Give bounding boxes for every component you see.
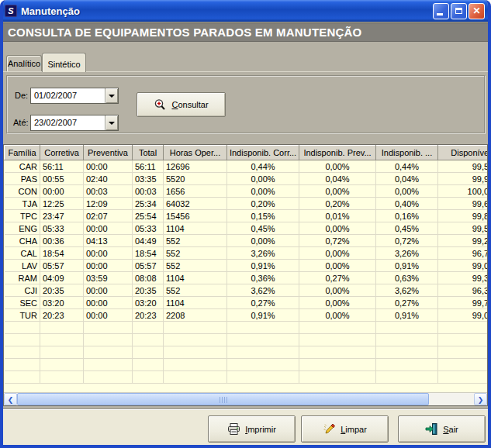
cell: 00:03: [84, 185, 133, 198]
cell: 100,00%: [438, 185, 488, 198]
cell: 12696: [164, 160, 227, 173]
table-row[interactable]: CAL18:5400:0018:545523,26%0,00%3,26%96,7…: [5, 247, 488, 260]
cell: 0,27%: [227, 297, 299, 309]
empty-row: [5, 359, 488, 371]
consult-button[interactable]: Consultar: [137, 92, 226, 117]
cell: RAM: [5, 272, 40, 284]
cell: SEC: [5, 297, 40, 309]
cell: 0,00%: [227, 173, 299, 185]
cell: 02:07: [84, 210, 133, 222]
date-to-label: Até:: [13, 118, 29, 127]
exit-button[interactable]: Sair: [398, 415, 486, 443]
cell: 0,16%: [376, 210, 438, 222]
column-header[interactable]: Indisponib. Corr...: [227, 146, 299, 160]
cell: 0,00%: [299, 309, 376, 322]
cell: 0,20%: [227, 198, 299, 210]
table-row[interactable]: PAS00:5502:4003:3555200,00%0,04%0,04%99,…: [5, 173, 488, 185]
cell: 04:49: [133, 235, 164, 247]
cell: 99,84%: [438, 210, 488, 222]
date-to-combobox[interactable]: 23/02/2007: [30, 115, 119, 131]
empty-row: [5, 371, 488, 384]
cell: 0,15%: [227, 210, 299, 222]
tab-analitico[interactable]: Analítico: [6, 55, 42, 71]
chevron-down-icon: [109, 95, 115, 98]
minimize-button[interactable]: [433, 3, 449, 19]
cell: 00:00: [84, 297, 133, 309]
column-header[interactable]: Disponível: [438, 146, 488, 160]
cell: 03:20: [40, 297, 84, 309]
tab-sintetico[interactable]: Sintético: [42, 53, 86, 72]
cell: 0,00%: [299, 260, 376, 272]
close-button[interactable]: ✕: [469, 3, 485, 19]
cell: 0,27%: [376, 297, 438, 309]
scroll-left-arrow-icon[interactable]: ❮: [4, 393, 17, 405]
cell: 03:59: [84, 272, 133, 284]
column-header[interactable]: Indisponib. Prev...: [299, 146, 376, 160]
table-row[interactable]: CJI20:3500:0020:355523,62%0,00%3,62%96,3…: [5, 284, 488, 297]
table-row[interactable]: RAM04:0903:5908:0811040,36%0,27%0,63%99,…: [5, 272, 488, 284]
clear-button[interactable]: Limpar: [301, 415, 389, 443]
cell: 99,37%: [438, 272, 488, 284]
cell: 18:54: [133, 247, 164, 260]
table-row[interactable]: TUR20:2300:0020:2322080,91%0,00%0,91%99,…: [5, 309, 488, 322]
cell: 99,55%: [438, 222, 488, 235]
table-row[interactable]: CAR56:1100:0056:11126960,44%0,00%0,44%99…: [5, 160, 488, 173]
table-row[interactable]: CON00:0000:0300:0316560,00%0,00%0,00%100…: [5, 185, 488, 198]
tab-label: Analítico: [8, 59, 40, 68]
cell: LAV: [5, 260, 40, 272]
table-row[interactable]: LAV05:5700:0005:575520,91%0,00%0,91%99,0…: [5, 260, 488, 272]
horizontal-scrollbar[interactable]: ❮ ❯: [4, 392, 487, 405]
cell: 15456: [164, 210, 227, 222]
table-row[interactable]: TPC23:4702:0725:54154560,15%0,01%0,16%99…: [5, 210, 488, 222]
cell: 0,63%: [376, 272, 438, 284]
scroll-thumb[interactable]: [17, 393, 429, 405]
date-from-value: 01/02/2007: [34, 91, 77, 100]
scroll-right-arrow-icon[interactable]: ❯: [474, 393, 487, 405]
titlebar[interactable]: S Manutenção ✕: [0, 0, 491, 22]
tab-label: Sintético: [47, 60, 80, 69]
column-header[interactable]: Horas Oper...: [164, 146, 227, 160]
print-button-label: Imprimir: [245, 425, 276, 434]
empty-row: [5, 334, 488, 346]
date-from-dropdown-button[interactable]: [105, 88, 118, 103]
table-row[interactable]: SEC03:2000:0003:2011040,27%0,00%0,27%99,…: [5, 297, 488, 309]
cell: 0,04%: [299, 173, 376, 185]
column-header[interactable]: Preventiva: [84, 146, 133, 160]
table-row[interactable]: CHA00:3604:1304:495520,00%0,72%0,72%99,2…: [5, 235, 488, 247]
cell: 12:25: [40, 198, 84, 210]
cell: 25:54: [133, 210, 164, 222]
cell: CON: [5, 185, 40, 198]
cell: 0,72%: [376, 235, 438, 247]
cell: 20:35: [40, 284, 84, 297]
cell: ENG: [5, 222, 40, 235]
consult-button-label: Consultar: [171, 100, 208, 109]
cell: 03:20: [133, 297, 164, 309]
print-button[interactable]: Imprimir: [208, 415, 296, 443]
date-to-dropdown-button[interactable]: [105, 115, 118, 130]
cell: 0,72%: [299, 235, 376, 247]
cell: 04:13: [84, 235, 133, 247]
window-body: CONSULTA DE EQUIPAMENTOS PARADOS EM MANU…: [3, 22, 488, 445]
cell: 0,91%: [376, 260, 438, 272]
table-row[interactable]: TJA12:2512:0925:34640320,20%0,20%0,40%99…: [5, 198, 488, 210]
cell: 00:03: [133, 185, 164, 198]
column-header[interactable]: Corretiva: [40, 146, 84, 160]
cell: 0,04%: [376, 173, 438, 185]
date-to-value: 23/02/2007: [34, 118, 77, 127]
cell: 552: [164, 235, 227, 247]
column-header[interactable]: Total: [133, 146, 164, 160]
minimize-icon: [437, 13, 443, 16]
cell: 0,45%: [376, 222, 438, 235]
column-header[interactable]: Indisponib. ...: [376, 146, 438, 160]
table-row[interactable]: ENG05:3300:0005:3311040,45%0,00%0,45%99,…: [5, 222, 488, 235]
close-icon: ✕: [472, 6, 480, 16]
date-from-combobox[interactable]: 01/02/2007: [30, 88, 119, 104]
cell: 03:35: [133, 173, 164, 185]
cell: 20:35: [133, 284, 164, 297]
cell: 0,91%: [227, 260, 299, 272]
cell: 64032: [164, 198, 227, 210]
column-header[interactable]: Família: [5, 146, 40, 160]
cell: 0,36%: [227, 272, 299, 284]
maximize-button[interactable]: [451, 3, 467, 19]
cell: 18:54: [40, 247, 84, 260]
